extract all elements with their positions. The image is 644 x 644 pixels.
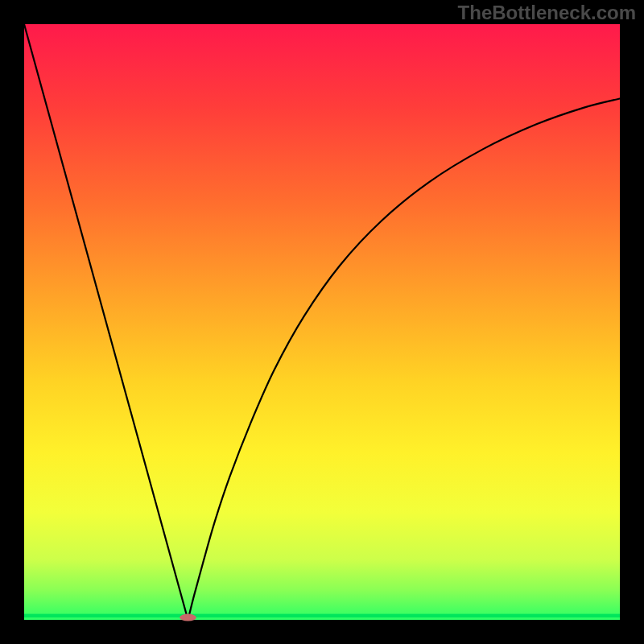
vertex-marker <box>180 614 196 621</box>
bottleneck-chart <box>0 0 644 644</box>
chart-frame: TheBottleneck.com <box>0 0 644 644</box>
baseline-band <box>24 614 620 617</box>
gradient-background <box>24 24 620 620</box>
watermark-text: TheBottleneck.com <box>458 2 636 24</box>
